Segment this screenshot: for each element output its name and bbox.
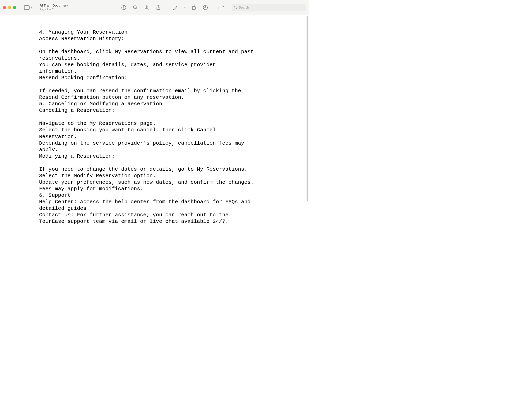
document-viewport[interactable]: 4. Managing Your Reservation Access Rese… [0,15,309,239]
svg-line-9 [148,8,149,10]
window-controls [3,6,16,9]
document-info: AI Train Document Page 2 of 2 [40,4,68,11]
page-indicator: Page 2 of 2 [40,8,68,11]
document-title: AI Train Document [40,4,68,8]
search-input[interactable] [239,6,304,9]
chevron-down-icon [30,6,33,9]
svg-point-17 [234,6,236,8]
minimize-window-button[interactable] [8,6,11,9]
zoom-out-button[interactable] [130,3,140,12]
vertical-scrollbar[interactable] [307,16,308,201]
markup-button[interactable] [201,3,210,12]
info-icon [121,5,126,10]
svg-point-4 [123,6,124,7]
zoom-out-icon [133,5,138,10]
zoom-in-button[interactable] [142,3,152,12]
fullscreen-window-button[interactable] [13,6,16,9]
rotate-icon [191,5,196,10]
sidebar-icon [24,5,30,10]
form-button[interactable] [217,3,226,12]
document-text: 4. Managing Your Reservation Access Rese… [0,15,281,235]
chevron-down-icon [183,6,186,9]
share-icon [156,5,161,10]
sidebar-toggle-button[interactable] [23,4,34,11]
search-icon [234,6,237,9]
info-button[interactable] [119,3,128,12]
svg-rect-13 [192,7,195,10]
share-button[interactable] [154,3,163,12]
highlight-button[interactable] [171,3,180,12]
svg-rect-0 [24,6,29,10]
markup-icon [203,5,208,10]
close-window-button[interactable] [3,6,6,9]
zoom-in-icon [144,5,149,10]
rotate-button[interactable] [189,3,199,12]
highlight-menu-button[interactable] [182,6,187,9]
svg-line-6 [136,8,137,10]
search-box[interactable] [232,4,306,11]
toolbar: AI Train Document Page 2 of 2 [0,0,309,15]
form-icon [218,5,224,10]
highlight-icon [173,5,178,10]
svg-line-18 [236,8,237,9]
